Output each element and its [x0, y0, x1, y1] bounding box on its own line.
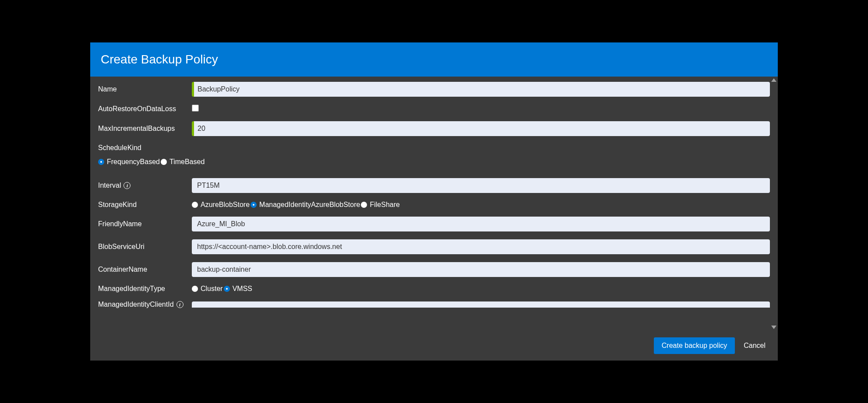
scroll-down-icon[interactable]: [771, 326, 776, 329]
row-friendlyname: FriendlyName: [98, 217, 770, 231]
row-managedidentityclientid: ManagedIdentityClientId i: [98, 301, 770, 308]
scroll-up-icon[interactable]: [771, 78, 776, 82]
name-input[interactable]: [192, 82, 770, 97]
row-maxincremental: MaxIncrementalBackups: [98, 121, 770, 136]
row-storagekind: StorageKind AzureBlobStore ManagedIdenti…: [98, 201, 770, 209]
radio-vmss[interactable]: [224, 286, 230, 292]
label-containername: ContainerName: [98, 266, 192, 273]
radio-cluster-label: Cluster: [201, 285, 223, 293]
label-managedidentityclientid: ManagedIdentityClientId i: [98, 301, 192, 308]
label-name: Name: [98, 85, 192, 93]
radio-timebased-label: TimeBased: [169, 158, 205, 166]
managedidentityclientid-input[interactable]: [192, 301, 770, 308]
radio-fileshare[interactable]: [361, 202, 367, 208]
schedulekind-radio-group: FrequencyBased TimeBased: [98, 158, 770, 166]
dialog-header: Create Backup Policy: [90, 42, 778, 77]
info-icon[interactable]: i: [176, 301, 183, 308]
create-backup-policy-dialog: Create Backup Policy Name AutoRestoreOnD…: [90, 42, 778, 361]
radio-azureblobstore-label: AzureBlobStore: [201, 201, 250, 209]
radio-managedidentityazureblobstore-label: ManagedIdentityAzureBlobStore: [259, 201, 360, 209]
row-blobserviceuri: BlobServiceUri: [98, 239, 770, 254]
cancel-button[interactable]: Cancel: [742, 337, 767, 354]
radio-frequencybased[interactable]: [98, 159, 104, 165]
radio-fileshare-label: FileShare: [370, 201, 399, 209]
label-schedulekind: ScheduleKind: [98, 144, 770, 152]
label-autorestore: AutoRestoreOnDataLoss: [98, 105, 192, 113]
dialog-body: Name AutoRestoreOnDataLoss MaxIncrementa…: [90, 77, 778, 331]
row-managedidentitytype: ManagedIdentityType Cluster VMSS: [98, 285, 770, 293]
info-icon[interactable]: i: [123, 182, 131, 189]
radio-azureblobstore[interactable]: [192, 202, 198, 208]
scrollbar[interactable]: [770, 77, 778, 331]
label-storagekind: StorageKind: [98, 201, 192, 209]
row-containername: ContainerName: [98, 262, 770, 277]
interval-input[interactable]: [192, 178, 770, 193]
radio-vmss-label: VMSS: [233, 285, 252, 293]
maxincremental-input[interactable]: [192, 121, 770, 136]
friendlyname-input[interactable]: [192, 217, 770, 231]
radio-managedidentityazureblobstore[interactable]: [251, 202, 257, 208]
label-friendlyname: FriendlyName: [98, 220, 192, 228]
containername-input[interactable]: [192, 262, 770, 277]
create-backup-policy-button[interactable]: Create backup policy: [654, 337, 735, 354]
label-interval: Interval i: [98, 182, 192, 189]
label-maxincremental: MaxIncrementalBackups: [98, 125, 192, 133]
radio-timebased[interactable]: [161, 159, 167, 165]
dialog-title: Create Backup Policy: [101, 53, 218, 67]
label-blobserviceuri: BlobServiceUri: [98, 243, 192, 251]
row-autorestore: AutoRestoreOnDataLoss: [98, 105, 770, 113]
radio-frequencybased-label: FrequencyBased: [107, 158, 160, 166]
row-name: Name: [98, 82, 770, 97]
blobserviceuri-input[interactable]: [192, 239, 770, 254]
dialog-footer: Create backup policy Cancel: [90, 331, 778, 361]
row-interval: Interval i: [98, 178, 770, 193]
autorestore-checkbox[interactable]: [192, 105, 199, 112]
radio-cluster[interactable]: [192, 286, 198, 292]
label-managedidentitytype: ManagedIdentityType: [98, 285, 192, 293]
